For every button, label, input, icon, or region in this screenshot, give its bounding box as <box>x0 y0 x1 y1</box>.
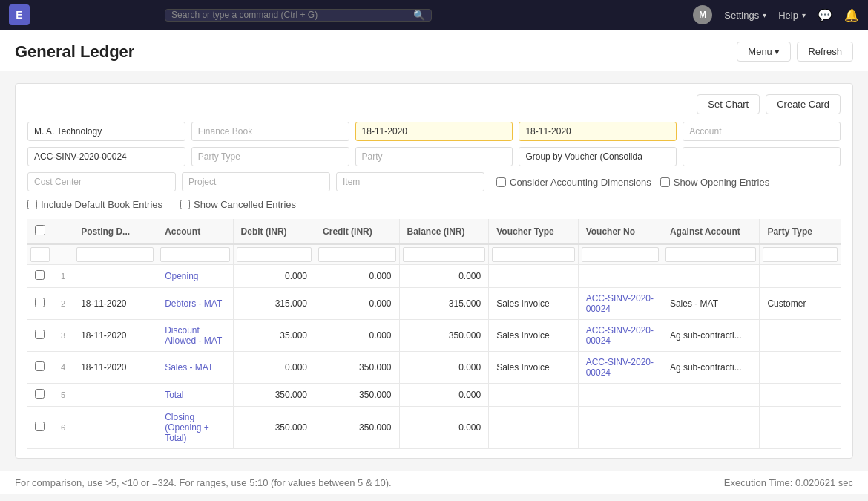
row-debit: 0.000 <box>233 352 315 384</box>
include-default-label[interactable]: Include Default Book Entries <box>27 199 162 210</box>
consider-accounting-label[interactable]: Consider Accounting Dimensions <box>496 177 651 188</box>
table-filter-posting-date[interactable] <box>76 247 154 262</box>
row-account[interactable]: Opening <box>157 265 233 288</box>
from-date-filter[interactable] <box>355 122 513 141</box>
group-by-filter[interactable] <box>519 147 677 166</box>
table-filter-voucher-no[interactable] <box>582 247 659 262</box>
col-voucher-type-header[interactable]: Voucher Type <box>489 219 578 244</box>
row-against-account <box>662 407 759 449</box>
row-account[interactable]: Closing (Opening + Total) <box>157 407 233 449</box>
help-button[interactable]: Help ▾ <box>778 10 806 21</box>
row-voucher-no[interactable] <box>578 384 662 407</box>
filter-row-2 <box>27 147 841 166</box>
consider-accounting-checkbox[interactable] <box>496 177 506 187</box>
show-opening-label[interactable]: Show Opening Entries <box>660 177 769 188</box>
row-party-type <box>760 352 841 384</box>
col-against-account-header[interactable]: Against Account <box>662 219 759 244</box>
row-voucher-no[interactable] <box>578 265 662 288</box>
party-filter[interactable] <box>355 147 513 166</box>
col-account-header[interactable]: Account <box>157 219 233 244</box>
table-filter-credit[interactable] <box>318 247 395 262</box>
voucher-filter[interactable] <box>27 147 185 166</box>
show-opening-checkbox[interactable] <box>660 177 670 187</box>
row-voucher-no[interactable]: ACC-SINV-2020-00024 <box>578 352 662 384</box>
col-voucher-no-header[interactable]: Voucher No <box>578 219 662 244</box>
table-filter-account[interactable] <box>160 247 229 262</box>
col-debit-header[interactable]: Debit (INR) <box>233 219 315 244</box>
row-checkbox[interactable] <box>35 361 45 371</box>
row-credit: 0.000 <box>315 288 399 320</box>
refresh-button[interactable]: Refresh <box>797 42 853 62</box>
row-checkbox[interactable] <box>35 422 45 431</box>
row-account[interactable]: Sales - MAT <box>157 352 233 384</box>
show-cancelled-label[interactable]: Show Cancelled Entries <box>180 199 296 210</box>
table-filter-party-type[interactable] <box>763 247 838 262</box>
row-account[interactable]: Discount Allowed - MAT <box>157 320 233 352</box>
chat-icon[interactable]: 💬 <box>818 8 832 22</box>
row-account[interactable]: Total <box>157 384 233 407</box>
bell-icon[interactable]: 🔔 <box>844 8 859 22</box>
select-all-checkbox[interactable] <box>35 225 45 235</box>
row-checkbox[interactable] <box>35 330 45 339</box>
row-debit: 350.000 <box>233 407 315 449</box>
col-credit-header[interactable]: Credit (INR) <box>315 219 399 244</box>
row-posting-date: 18-11-2020 <box>73 288 157 320</box>
row-party-type <box>760 265 841 288</box>
row-balance: 0.000 <box>399 352 489 384</box>
company-filter[interactable] <box>27 122 185 141</box>
finance-book-filter[interactable] <box>191 122 349 141</box>
table-filter-debit[interactable] <box>237 247 312 262</box>
row-party-type <box>760 320 841 352</box>
row-balance: 350.000 <box>399 320 489 352</box>
table-filter-voucher-type[interactable] <box>492 247 574 262</box>
row-account[interactable]: Debtors - MAT <box>157 288 233 320</box>
show-cancelled-checkbox[interactable] <box>180 200 190 209</box>
include-default-checkbox[interactable] <box>27 200 37 209</box>
row-voucher-type <box>489 384 578 407</box>
row-voucher-no[interactable]: ACC-SINV-2020-00024 <box>578 320 662 352</box>
table-filter-balance[interactable] <box>403 247 486 262</box>
top-nav: E 🔍 M Settings ▾ Help ▾ 💬 🔔 <box>0 0 868 30</box>
include-default-text: Include Default Book Entries <box>41 199 162 210</box>
main-content: Set Chart Create Card <box>0 71 868 471</box>
row-credit: 0.000 <box>315 320 399 352</box>
settings-button[interactable]: Settings ▾ <box>724 10 766 21</box>
row-voucher-no[interactable]: ACC-SINV-2020-00024 <box>578 288 662 320</box>
row-against-account: Ag sub-contracti... <box>662 320 759 352</box>
app-logo[interactable]: E <box>9 4 30 25</box>
table-row: 6 Closing (Opening + Total) 350.000 350.… <box>27 407 841 449</box>
row-debit: 0.000 <box>233 265 315 288</box>
row-checkbox[interactable] <box>35 298 45 307</box>
table-filter-against-account[interactable] <box>665 247 756 262</box>
row-checkbox[interactable] <box>35 389 45 399</box>
row-posting-date: 18-11-2020 <box>73 320 157 352</box>
col-balance-header[interactable]: Balance (INR) <box>399 219 489 244</box>
row-checkbox[interactable] <box>35 270 45 280</box>
row-debit: 350.000 <box>233 384 315 407</box>
col-party-type-header[interactable]: Party Type <box>760 219 841 244</box>
row-checkbox-cell <box>27 384 53 407</box>
cost-center-filter[interactable] <box>27 172 176 191</box>
create-card-button[interactable]: Create Card <box>766 94 841 114</box>
row-posting-date: 18-11-2020 <box>73 352 157 384</box>
row-number: 3 <box>53 320 73 352</box>
col-posting-date-header[interactable]: Posting D... <box>73 219 157 244</box>
item-filter[interactable] <box>336 172 484 191</box>
row-voucher-no[interactable] <box>578 407 662 449</box>
filter-card: Set Chart Create Card <box>15 83 853 459</box>
set-chart-button[interactable]: Set Chart <box>697 94 760 114</box>
search-input[interactable] <box>171 10 409 20</box>
account-filter[interactable] <box>683 122 841 141</box>
party-type-filter[interactable] <box>191 147 349 166</box>
extra-filter[interactable] <box>683 147 841 166</box>
menu-button[interactable]: Menu ▾ <box>737 42 791 62</box>
table-header-row: Posting D... Account Debit (INR) Credit … <box>27 219 841 244</box>
row-checkbox-cell <box>27 407 53 449</box>
table-filter-check[interactable] <box>30 247 50 262</box>
row-posting-date <box>73 407 157 449</box>
table-row: 3 18-11-2020 Discount Allowed - MAT 35.0… <box>27 320 841 352</box>
project-filter[interactable] <box>182 172 330 191</box>
avatar: M <box>693 5 712 24</box>
to-date-filter[interactable] <box>519 122 677 141</box>
ledger-table: Posting D... Account Debit (INR) Credit … <box>27 219 841 449</box>
